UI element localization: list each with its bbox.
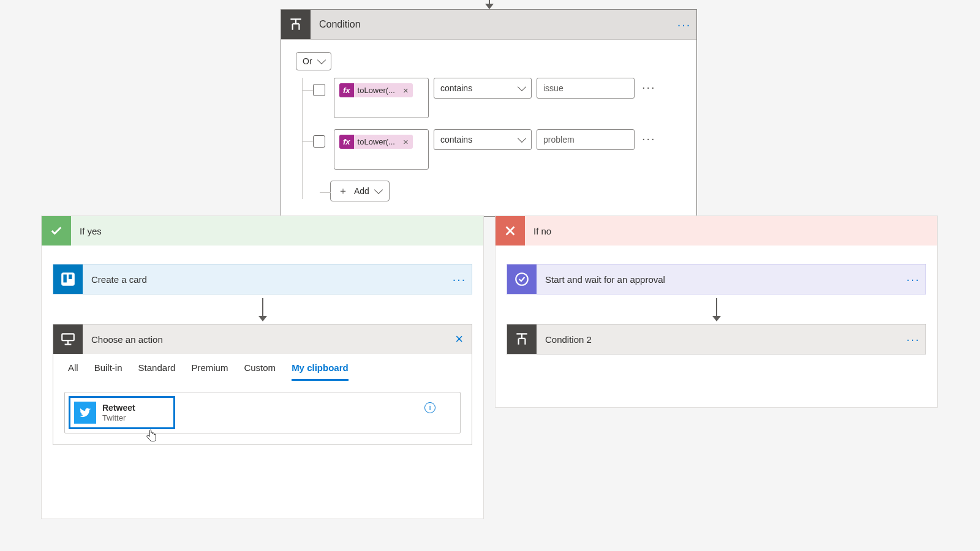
tab-premium[interactable]: Premium	[191, 362, 228, 381]
create-card-action[interactable]: Create a card ···	[53, 264, 472, 294]
action-title: Condition 2	[537, 334, 901, 345]
token-label: toLower(...	[354, 135, 399, 149]
svg-rect-0	[61, 272, 75, 286]
operator-value: contains	[440, 135, 472, 144]
if-no-title: If no	[525, 226, 551, 236]
expression-token: fx toLower(... ×	[339, 135, 413, 149]
action-picker: Choose an action × All Built-in Standard…	[53, 324, 472, 445]
condition-body: Or fx toLower(... × contains	[281, 40, 696, 216]
operator-value: contains	[440, 83, 472, 93]
svg-point-4	[516, 273, 528, 285]
chevron-down-icon	[518, 83, 526, 91]
condition-tree-line	[302, 78, 303, 199]
tab-my-clipboard[interactable]: My clipboard	[292, 362, 349, 381]
if-no-branch: If no Start and wait for an approval ···…	[495, 216, 938, 408]
clip-item-title: Retweet	[102, 403, 135, 413]
condition-card: Condition ··· Or fx toLower(... ×	[281, 9, 697, 217]
value-input[interactable]: issue	[537, 78, 635, 99]
check-icon	[42, 216, 71, 246]
left-operand-field[interactable]: fx toLower(... ×	[334, 129, 429, 170]
if-yes-branch: If yes Create a card ··· Choose an actio…	[41, 216, 484, 519]
chevron-down-icon	[518, 134, 526, 143]
row-checkbox[interactable]	[313, 135, 325, 148]
token-label: toLower(...	[354, 83, 399, 97]
condition-row: fx toLower(... × contains issue ···	[313, 78, 682, 118]
condition-icon	[281, 10, 311, 39]
condition-row: fx toLower(... × contains problem ···	[313, 129, 682, 170]
action-menu-button[interactable]: ···	[901, 332, 925, 347]
token-remove-icon[interactable]: ×	[399, 135, 413, 148]
operator-dropdown[interactable]: contains	[434, 78, 532, 99]
condition-header: Condition ···	[281, 10, 696, 40]
if-yes-header: If yes	[42, 216, 483, 246]
condition-title: Condition	[311, 19, 672, 30]
picker-tabs: All Built-in Standard Premium Custom My …	[53, 354, 472, 381]
action-title: Start and wait for an approval	[537, 274, 901, 285]
svg-rect-2	[69, 274, 72, 279]
clip-item-subtitle: Twitter	[102, 413, 135, 423]
add-label: Add	[354, 186, 369, 196]
arrow-into-condition	[489, 0, 490, 6]
token-remove-icon[interactable]: ×	[399, 84, 413, 97]
if-yes-title: If yes	[71, 226, 102, 236]
tab-custom[interactable]: Custom	[244, 362, 276, 381]
tab-builtin[interactable]: Built-in	[94, 362, 123, 381]
picker-header: Choose an action ×	[53, 324, 472, 354]
approval-action[interactable]: Start and wait for an approval ···	[507, 264, 926, 294]
add-condition-button[interactable]: ＋ Add	[330, 181, 390, 201]
action-menu-button[interactable]: ···	[447, 272, 472, 287]
action-title: Create a card	[83, 274, 447, 285]
picker-title: Choose an action	[83, 334, 447, 345]
svg-rect-3	[62, 334, 74, 340]
twitter-icon	[74, 402, 96, 424]
trello-icon	[53, 264, 83, 294]
chevron-down-icon	[317, 56, 325, 64]
fx-icon: fx	[339, 83, 354, 97]
condition-menu-button[interactable]: ···	[672, 18, 696, 32]
action-menu-button[interactable]: ···	[901, 272, 925, 287]
logic-operator-label: Or	[303, 56, 312, 66]
fx-icon: fx	[339, 135, 354, 149]
approval-icon	[507, 264, 537, 294]
chevron-down-icon	[374, 186, 383, 194]
logic-operator-dropdown[interactable]: Or	[296, 52, 331, 70]
value-text: issue	[543, 83, 564, 93]
action-placeholder-icon	[53, 324, 83, 354]
tab-standard[interactable]: Standard	[138, 362, 176, 381]
row-menu-button[interactable]: ···	[639, 129, 658, 148]
expression-token: fx toLower(... ×	[339, 83, 413, 97]
close-icon[interactable]: ×	[447, 331, 472, 347]
x-icon	[496, 216, 525, 246]
clipboard-item-retweet[interactable]: Retweet Twitter	[69, 396, 175, 429]
tab-all[interactable]: All	[68, 362, 78, 381]
left-operand-field[interactable]: fx toLower(... ×	[334, 78, 429, 118]
condition2-action[interactable]: Condition 2 ···	[507, 324, 926, 354]
clipboard-list: Retweet Twitter i	[64, 392, 461, 433]
arrow-down-icon	[262, 298, 263, 320]
plus-icon: ＋	[338, 186, 348, 196]
svg-rect-1	[63, 274, 66, 282]
info-icon[interactable]: i	[424, 402, 435, 413]
condition-icon	[507, 324, 537, 354]
row-checkbox[interactable]	[313, 84, 325, 96]
if-no-header: If no	[496, 216, 937, 246]
value-input[interactable]: problem	[537, 129, 635, 150]
arrow-down-icon	[716, 298, 717, 320]
value-text: problem	[543, 135, 575, 144]
row-menu-button[interactable]: ···	[639, 78, 658, 97]
operator-dropdown[interactable]: contains	[434, 129, 532, 150]
